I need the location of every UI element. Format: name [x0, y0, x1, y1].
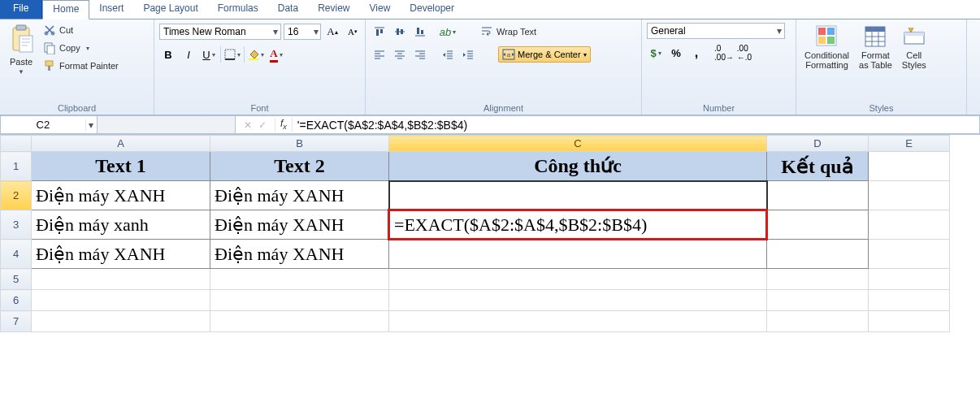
comma-style-button[interactable]: , — [687, 44, 705, 62]
row-header-3[interactable]: 3 — [1, 210, 32, 240]
font-size-input[interactable] — [284, 26, 312, 37]
cell-E7[interactable] — [869, 311, 950, 332]
orientation-button[interactable]: ab — [439, 23, 457, 41]
name-box[interactable]: ▾ — [0, 115, 98, 134]
cell-D4[interactable] — [767, 240, 869, 269]
tab-home[interactable]: Home — [42, 0, 89, 19]
fill-color-button[interactable] — [247, 45, 265, 63]
tab-review[interactable]: Review — [308, 0, 359, 19]
align-right-button[interactable] — [411, 45, 429, 63]
row-header-1[interactable]: 1 — [1, 152, 32, 181]
cell-A1[interactable]: Text 1 — [32, 152, 210, 181]
tab-insert[interactable]: Insert — [89, 0, 133, 19]
select-all-corner[interactable] — [1, 136, 32, 152]
cell-A7[interactable] — [32, 311, 210, 332]
wrap-text-button[interactable]: Wrap Text — [478, 24, 539, 39]
tab-page-layout[interactable]: Page Layout — [133, 0, 207, 19]
column-header-D[interactable]: D — [767, 136, 869, 152]
chevron-down-icon[interactable]: ▾ — [85, 119, 97, 131]
font-name-combo[interactable]: ▾ — [159, 24, 281, 40]
cell-B5[interactable] — [210, 269, 389, 290]
chevron-down-icon[interactable]: ▾ — [270, 26, 280, 37]
align-center-button[interactable] — [391, 45, 409, 63]
align-bottom-button[interactable] — [411, 23, 429, 41]
format-painter-button[interactable]: Format Painter — [41, 58, 121, 73]
shrink-font-button[interactable]: A▾ — [344, 23, 362, 41]
tab-developer[interactable]: Developer — [400, 0, 464, 19]
column-header-E[interactable]: E — [869, 136, 950, 152]
cell-E1[interactable] — [869, 152, 950, 181]
cell-D2[interactable] — [767, 181, 869, 210]
column-header-A[interactable]: A — [32, 136, 210, 152]
italic-button[interactable]: I — [180, 45, 197, 63]
decrease-decimal-button[interactable]: .00←.0 — [735, 44, 753, 62]
cut-button[interactable]: Cut — [41, 23, 121, 37]
cell-A3[interactable]: Điện máy xanh — [32, 210, 210, 240]
row-header-5[interactable]: 5 — [1, 269, 32, 290]
row-header-6[interactable]: 6 — [1, 290, 32, 311]
format-as-table-button[interactable]: Format as Table — [856, 23, 895, 71]
cell-styles-button[interactable]: Cell Styles — [899, 23, 930, 71]
chevron-down-icon[interactable]: ▾ — [774, 25, 784, 37]
cell-E6[interactable] — [869, 290, 950, 311]
formula-input[interactable] — [293, 119, 979, 132]
bold-button[interactable]: B — [159, 45, 177, 63]
row-header-2[interactable]: 2 — [1, 181, 32, 210]
cell-B4[interactable]: Điện máy XANH — [210, 240, 389, 269]
spreadsheet-grid[interactable]: ABCDE1Text 1Text 2Công thứcKết quả2Điện … — [0, 135, 950, 332]
cell-C3[interactable]: =EXACT($A$2:$A$4,$B$2:$B$4) — [389, 210, 767, 240]
cell-D1[interactable]: Kết quả — [767, 152, 869, 181]
font-size-combo[interactable]: ▾ — [284, 24, 321, 40]
increase-indent-button[interactable] — [459, 45, 477, 63]
paste-button[interactable]: Paste ▼ — [5, 23, 37, 77]
accounting-format-button[interactable]: $ — [647, 44, 665, 62]
cell-C1[interactable]: Công thức — [389, 152, 767, 181]
number-format-combo[interactable]: ▾ — [647, 23, 785, 39]
cell-D6[interactable] — [767, 290, 869, 311]
tab-data[interactable]: Data — [268, 0, 308, 19]
grow-font-button[interactable]: A▴ — [323, 23, 341, 41]
cell-C6[interactable] — [389, 290, 767, 311]
font-name-input[interactable] — [160, 26, 270, 37]
cell-C5[interactable] — [389, 269, 767, 290]
cell-D7[interactable] — [767, 311, 869, 332]
cell-A6[interactable] — [32, 290, 210, 311]
cell-C2[interactable] — [389, 181, 767, 210]
tab-formulas[interactable]: Formulas — [208, 0, 268, 19]
conditional-formatting-button[interactable]: Conditional Formatting — [801, 23, 852, 71]
cell-D3[interactable] — [767, 210, 869, 240]
percent-button[interactable]: % — [667, 44, 685, 62]
borders-button[interactable] — [223, 45, 241, 63]
font-color-button[interactable]: A — [267, 45, 285, 63]
cell-E5[interactable] — [869, 269, 950, 290]
row-header-4[interactable]: 4 — [1, 240, 32, 269]
tab-file[interactable]: File — [0, 0, 42, 19]
insert-function-button[interactable]: fx — [275, 118, 293, 131]
align-left-button[interactable] — [371, 45, 388, 63]
number-format-input[interactable] — [648, 25, 774, 37]
tab-view[interactable]: View — [360, 0, 401, 19]
merge-center-button[interactable]: a Merge & Center ▾ — [498, 46, 591, 63]
cell-D5[interactable] — [767, 269, 869, 290]
cell-B6[interactable] — [210, 290, 389, 311]
align-middle-button[interactable] — [391, 23, 409, 41]
cell-A5[interactable] — [32, 269, 210, 290]
cell-A2[interactable]: Điện máy XANH — [32, 181, 210, 210]
cell-E3[interactable] — [869, 210, 950, 240]
cell-B3[interactable]: Điện máy XANH — [210, 210, 389, 240]
underline-button[interactable]: U — [200, 45, 218, 63]
cell-B2[interactable]: Điện máy XANH — [210, 181, 389, 210]
increase-decimal-button[interactable]: .0.00→ — [715, 44, 733, 62]
copy-button[interactable]: Copy▾ — [41, 41, 121, 55]
column-header-B[interactable]: B — [210, 136, 389, 152]
cell-C4[interactable] — [389, 240, 767, 269]
cell-E4[interactable] — [869, 240, 950, 269]
cell-B1[interactable]: Text 2 — [210, 152, 389, 181]
decrease-indent-button[interactable] — [439, 45, 457, 63]
cell-A4[interactable]: Điện máy XANH — [32, 240, 210, 269]
row-header-7[interactable]: 7 — [1, 311, 32, 332]
chevron-down-icon[interactable]: ▾ — [312, 26, 320, 37]
cell-B7[interactable] — [210, 311, 389, 332]
name-box-input[interactable] — [1, 119, 85, 131]
cell-E2[interactable] — [869, 181, 950, 210]
